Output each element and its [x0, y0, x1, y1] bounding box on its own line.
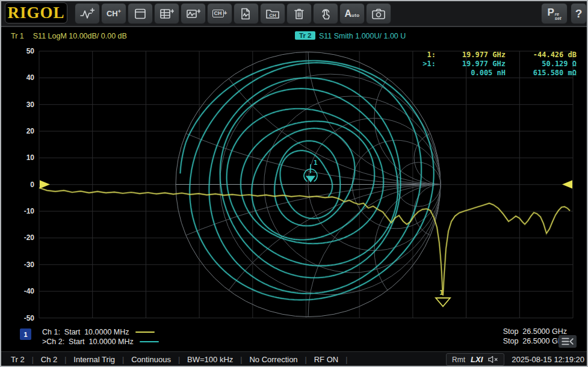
status-separator: | — [240, 356, 242, 364]
svg-text:CH: CH — [269, 12, 276, 17]
camera-icon — [371, 8, 386, 20]
marker-row: >1:19.977 GHz50.129 Ω — [414, 60, 577, 69]
screenshot-button[interactable] — [366, 3, 391, 24]
status-item-no-correction[interactable]: No Correction — [249, 355, 297, 364]
add-trace-window-button[interactable] — [181, 3, 206, 24]
ref-level-triangle-right — [562, 180, 572, 189]
status-separator: | — [345, 356, 347, 364]
chart-window-plus-icon — [186, 8, 200, 20]
lxi-indicator: LXI — [471, 355, 483, 364]
preset-button[interactable]: Preset — [541, 3, 568, 24]
y-axis-label: 30 — [0, 100, 34, 109]
window-icon — [134, 8, 147, 20]
add-channel-window-button[interactable]: CH + — [207, 3, 232, 24]
auto-scale-button[interactable]: Auto — [339, 3, 365, 24]
window-layout-button[interactable] — [128, 3, 153, 24]
status-separator: | — [178, 356, 180, 364]
trace-color-swatch — [135, 332, 155, 333]
marker-readout: 1:19.977 GHz-44.426 dB>1:19.977 GHz50.12… — [414, 51, 577, 78]
remote-indicator: Rmt — [452, 356, 465, 364]
status-item-bw-100-khz[interactable]: BW=100 kHz — [187, 355, 233, 364]
y-axis-label: -20 — [0, 233, 34, 242]
status-separator: | — [305, 356, 307, 364]
recall-channel-button[interactable]: CH — [260, 3, 285, 24]
remote-chip: Rmt LXI — [446, 353, 504, 366]
y-axis-label: -50 — [0, 314, 34, 322]
measure-setup-button[interactable] — [154, 3, 179, 24]
folder-ch-icon: CH — [265, 8, 280, 20]
menu-collapse-button[interactable] — [559, 335, 577, 348]
menu-collapse-icon — [561, 337, 574, 346]
trace2-badge[interactable]: Tr 2 — [295, 31, 315, 40]
trace1-header[interactable]: Tr 1S11 LogM 10.00dB/ 0.00 dB — [11, 32, 127, 40]
trace-color-swatch — [140, 341, 159, 343]
status-separator: | — [32, 356, 34, 364]
waveform-plus-icon — [80, 8, 94, 20]
trace1-id: Tr 1 — [11, 32, 24, 40]
touch-icon — [319, 8, 332, 20]
toolbar: RIGOL CH+ CH + CH — [0, 0, 588, 27]
y-axis-label: -40 — [0, 287, 34, 295]
channel-stop: Stop 26.5000 GHz — [503, 337, 567, 345]
status-separator: | — [64, 356, 66, 364]
save-trace-button[interactable] — [234, 3, 259, 24]
trace1-logm — [39, 188, 570, 295]
add-trace-button[interactable] — [75, 3, 100, 24]
status-right: Rmt LXI 2025-08-15 12:19:20 — [446, 352, 584, 367]
channel-row[interactable]: >Ch 2: Start 10.0000 MHz — [42, 337, 159, 347]
help-button[interactable]: ? — [571, 3, 587, 24]
status-item-internal-trig[interactable]: Internal Trig — [73, 355, 115, 364]
channel-stop: Stop 26.5000 GHz — [503, 327, 567, 336]
status-items: Tr 2|Ch 2|Internal Trig|Continuous|BW=10… — [0, 355, 354, 364]
trace1-detail: S11 LogM 10.00dB/ 0.00 dB — [33, 32, 127, 40]
ch-plus-text-icon: CH+ — [107, 8, 121, 18]
delete-button[interactable] — [286, 3, 312, 24]
y-axis-label: 40 — [0, 73, 34, 82]
table-plus-icon — [159, 8, 174, 20]
svg-text:1: 1 — [439, 289, 444, 297]
marker-row: 0.005 nH615.580 mΩ — [414, 69, 577, 78]
ref-level-triangle-left — [40, 180, 50, 189]
help-icon: ? — [575, 7, 583, 20]
add-channel-button[interactable]: CH+ — [101, 3, 126, 24]
status-item-rf-on[interactable]: RF ON — [314, 355, 338, 364]
auto-text-icon: Auto — [345, 8, 360, 19]
ch-box-plus-icon: CH + — [212, 10, 227, 17]
status-item-tr-2[interactable]: Tr 2 — [11, 355, 25, 364]
status-bar: Tr 2|Ch 2|Internal Trig|Continuous|BW=10… — [0, 351, 588, 367]
trash-icon — [292, 8, 306, 20]
y-axis-label: -30 — [0, 261, 34, 269]
y-axis-label: -10 — [0, 207, 34, 215]
channel-row[interactable]: Ch 1: Start 10.0000 MHz — [42, 327, 155, 337]
y-axis-label: 0 — [0, 180, 34, 189]
status-item-ch-2[interactable]: Ch 2 — [41, 355, 57, 364]
preset-icon: Preset — [547, 7, 561, 21]
y-axis-label: 50 — [0, 47, 34, 55]
speaker-muted-icon[interactable] — [488, 356, 498, 363]
trace2-detail[interactable]: S11 Smith 1.000U/ 1.00 U — [319, 32, 406, 40]
window-indicator[interactable]: 1 — [20, 328, 31, 340]
rigol-logo: RIGOL — [5, 2, 67, 23]
datetime: 2025-08-15 12:19:20 — [512, 355, 584, 364]
svg-text:1: 1 — [314, 159, 318, 167]
y-axis-label: 20 — [0, 127, 34, 135]
document-trace-icon — [239, 8, 253, 20]
status-item-continuous[interactable]: Continuous — [131, 355, 171, 364]
marker-row: 1:19.977 GHz-44.426 dB — [414, 51, 577, 60]
y-axis-label: 10 — [0, 153, 34, 162]
touch-button[interactable] — [313, 3, 338, 24]
status-separator: | — [122, 356, 124, 364]
